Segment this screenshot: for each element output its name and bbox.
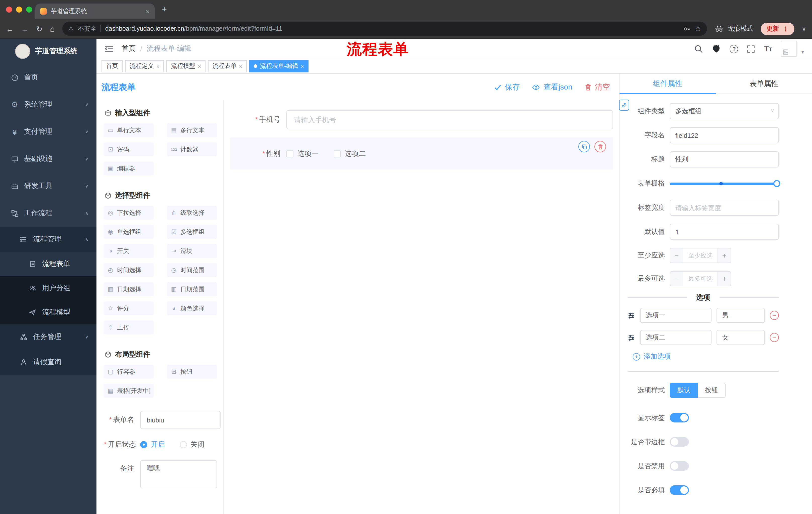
component-date-picker[interactable]: ▦日期选择 (104, 282, 154, 296)
copy-widget-button[interactable] (578, 141, 590, 153)
checkbox-option-1[interactable]: 选项一 (286, 150, 319, 158)
close-icon[interactable]: × (198, 63, 201, 69)
sidebar-item-process-mgmt[interactable]: 流程管理 ∧ (0, 227, 96, 252)
drag-handle-icon[interactable] (628, 334, 635, 341)
drag-handle-icon[interactable] (628, 312, 635, 319)
remove-option-button[interactable]: − (770, 311, 779, 320)
component-type-select[interactable]: 多选框组 ∨ (670, 103, 779, 119)
tab-form-props[interactable]: 表单属性 (716, 74, 812, 93)
widget-phone[interactable]: *手机号 (230, 105, 613, 134)
component-multi-text[interactable]: ▤多行文本 (167, 123, 217, 137)
sidebar-item-process-form[interactable]: 流程表单 (0, 252, 96, 276)
component-select[interactable]: ◎下拉选择 (104, 206, 154, 220)
home-icon[interactable]: ⌂ (50, 25, 55, 32)
clear-button[interactable]: 清空 (584, 82, 610, 92)
tag-process-form-edit[interactable]: 流程表单-编辑 × (250, 60, 309, 72)
form-canvas[interactable]: *手机号 *性别 选项一 选项二 (224, 100, 619, 514)
sidebar-item-home[interactable]: 首页 (0, 64, 96, 91)
tab-component-props[interactable]: 组件属性 (619, 74, 716, 93)
close-window-button[interactable] (6, 6, 12, 12)
required-toggle[interactable] (670, 485, 689, 495)
checkbox-box[interactable] (286, 151, 293, 157)
form-remark-textarea[interactable]: 嘿嘿 (140, 460, 217, 488)
style-button-button[interactable]: 按钮 (698, 383, 726, 398)
option-label-input[interactable] (640, 308, 712, 323)
increase-button[interactable]: + (718, 248, 731, 263)
show-label-toggle[interactable] (670, 413, 689, 423)
checkbox-option-2[interactable]: 选项二 (334, 150, 366, 158)
close-icon[interactable]: × (301, 63, 304, 69)
component-radio-group[interactable]: ◉单选框组 (104, 225, 154, 239)
increase-button[interactable]: + (718, 272, 731, 286)
component-counter[interactable]: 123计数器 (167, 142, 217, 156)
component-table[interactable]: ▦表格[开发中] (104, 384, 154, 398)
link-icon-button[interactable] (619, 100, 629, 111)
sidebar-item-infra[interactable]: 基础设施 ∨ (0, 145, 96, 172)
component-password[interactable]: ⊡密码 (104, 142, 154, 156)
component-single-text[interactable]: ▭单行文本 (104, 123, 154, 137)
tag-process-definition[interactable]: 流程定义 × (125, 60, 164, 72)
slider-track[interactable] (670, 182, 779, 185)
option-value-input[interactable] (717, 308, 765, 323)
close-icon[interactable]: × (239, 63, 242, 69)
fullscreen-icon[interactable] (747, 45, 755, 53)
add-option-button[interactable]: + 添加选项 (633, 352, 779, 361)
save-button[interactable]: 保存 (494, 82, 520, 92)
tag-process-form[interactable]: 流程表单 × (208, 60, 247, 72)
phone-input[interactable] (286, 110, 613, 129)
component-editor[interactable]: ▣编辑器 (104, 161, 154, 175)
forward-icon[interactable]: → (21, 25, 29, 32)
browser-update-button[interactable]: 更新 ⋮ (761, 22, 794, 35)
profile-chevron-icon[interactable]: ∨ (802, 25, 806, 32)
component-date-range[interactable]: ▥日期范围 (167, 282, 217, 296)
sidebar-item-workflow[interactable]: 工作流程 ∧ (0, 200, 96, 227)
default-value-input[interactable] (670, 224, 779, 240)
label-width-input[interactable] (670, 200, 779, 216)
search-icon[interactable] (695, 45, 703, 53)
password-key-icon[interactable] (684, 25, 691, 32)
component-switch[interactable]: ◑开关 (104, 244, 154, 258)
component-cascader[interactable]: ⋔级联选择 (167, 206, 217, 220)
help-icon[interactable]: ? (730, 45, 738, 53)
sidebar-item-system[interactable]: ⚙ 系统管理 ∨ (0, 91, 96, 118)
title-input[interactable] (670, 152, 779, 167)
component-time-range[interactable]: ◷时间范围 (167, 263, 217, 277)
avatar-caret-icon[interactable]: ▾ (802, 49, 804, 57)
tag-process-model[interactable]: 流程模型 × (167, 60, 205, 72)
field-name-input[interactable] (670, 127, 779, 143)
component-color-picker[interactable]: ◕颜色选择 (167, 301, 217, 315)
sidebar-item-payment[interactable]: ¥ 支付管理 ∨ (0, 118, 96, 145)
radio-open[interactable]: 开启 (140, 440, 165, 449)
avatar[interactable] (781, 41, 797, 57)
delete-widget-button[interactable] (594, 141, 606, 153)
sidebar-item-user-group[interactable]: 用户分组 (0, 276, 96, 300)
address-bar[interactable]: ⚠ 不安全 dashboard.yudao.iocoder.cn/bpm/man… (62, 22, 707, 36)
component-time-picker[interactable]: ◴时间选择 (104, 263, 154, 277)
border-toggle[interactable] (670, 437, 689, 447)
reload-icon[interactable]: ↻ (36, 25, 42, 32)
close-icon[interactable]: × (156, 63, 160, 69)
option-value-input[interactable] (717, 330, 765, 345)
font-size-icon[interactable]: TT (764, 44, 772, 53)
min-select-input[interactable] (684, 248, 718, 263)
tag-home[interactable]: 首页 (102, 60, 123, 72)
sidebar-item-devtools[interactable]: 研发工具 ∨ (0, 172, 96, 200)
github-icon[interactable] (712, 44, 721, 53)
remove-option-button[interactable]: − (770, 333, 779, 342)
breadcrumb-home[interactable]: 首页 (122, 44, 136, 53)
browser-tab[interactable]: 芋道管理系统 × (35, 3, 155, 19)
component-row-container[interactable]: ▢行容器 (104, 364, 154, 379)
minimize-window-button[interactable] (16, 6, 22, 12)
sidebar-logo[interactable]: 芋道管理系统 (0, 39, 96, 64)
decrease-button[interactable]: − (670, 248, 684, 263)
widget-gender-selected[interactable]: *性别 选项一 选项二 (230, 137, 613, 169)
radio-closed[interactable]: 关闭 (180, 440, 204, 449)
style-default-button[interactable]: 默认 (670, 383, 698, 398)
new-tab-button[interactable]: + (162, 4, 167, 15)
component-button[interactable]: ⊞按钮 (167, 364, 217, 379)
view-json-button[interactable]: 查看json (532, 82, 572, 92)
tab-close-icon[interactable]: × (146, 7, 150, 15)
option-label-input[interactable] (640, 330, 712, 345)
sidebar-item-task-mgmt[interactable]: 任务管理 ∨ (0, 324, 96, 350)
bookmark-star-icon[interactable]: ☆ (695, 25, 701, 33)
